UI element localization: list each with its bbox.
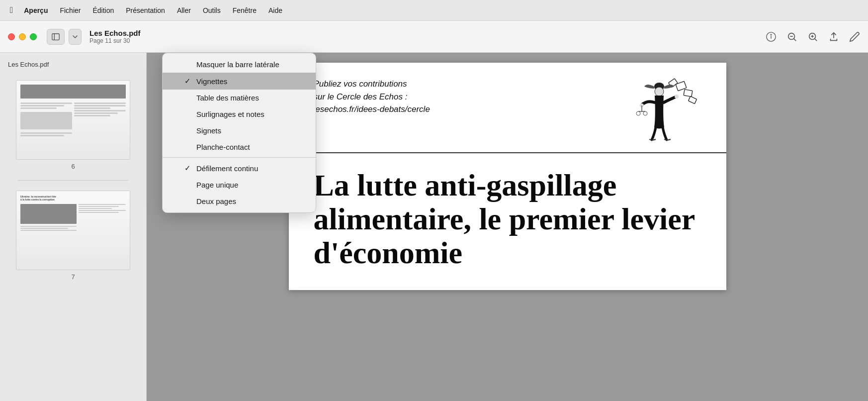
- dropdown-item-defilement[interactable]: ✓ Défilement continu: [163, 160, 316, 177]
- apple-menu[interactable]: : [6, 3, 17, 17]
- pdf-page-top: Publiez vos contributionssur le Cercle d…: [289, 63, 726, 290]
- dropdown-label-planche: Planche-contact: [196, 143, 250, 151]
- minimize-button[interactable]: [19, 33, 26, 40]
- pdf-main-title: La lutte anti-gaspillage alimentaire, le…: [314, 168, 701, 270]
- illustration: [622, 78, 701, 142]
- page-thumb-6-container: 6: [4, 80, 142, 170]
- document-page-info: Page 11 sur 30: [89, 37, 141, 44]
- svg-point-23: [643, 111, 647, 115]
- dropdown-label-signets: Signets: [196, 126, 221, 135]
- dropdown-item-masquer-barre[interactable]: Masquer la barre latérale: [163, 56, 316, 73]
- dropdown-label-masquer: Masquer la barre latérale: [196, 60, 279, 69]
- info-button[interactable]: [766, 31, 777, 42]
- traffic-lights: [8, 33, 37, 40]
- dropdown-item-signets[interactable]: Signets: [163, 122, 316, 139]
- page-thumb-7-container: Ukraine: la reconstruction liéeà la lutt…: [4, 191, 142, 281]
- toolbar-left: Les Echos.pdf Page 11 sur 30: [8, 29, 141, 45]
- annotate-button[interactable]: [849, 31, 860, 42]
- dropdown-item-deux-pages[interactable]: Deux pages: [163, 193, 316, 209]
- sidebar-chevron-button[interactable]: [69, 29, 82, 45]
- dropdown-item-surlignages[interactable]: Surlignages et notes: [163, 106, 316, 122]
- menu-aide[interactable]: Aide: [263, 4, 287, 16]
- svg-rect-15: [688, 97, 696, 104]
- menu-fenetre[interactable]: Fenêtre: [228, 4, 261, 16]
- menu-aller[interactable]: Aller: [172, 4, 196, 16]
- document-title: Les Echos.pdf: [89, 29, 141, 37]
- pdf-page-body: La lutte anti-gaspillage alimentaire, le…: [289, 153, 726, 290]
- svg-line-6: [794, 39, 796, 41]
- menu-presentation[interactable]: Présentation: [121, 4, 170, 16]
- sidebar: Les Echos.pdf: [0, 53, 147, 401]
- content-area: Les Echos.pdf: [0, 53, 868, 401]
- svg-line-9: [815, 39, 817, 41]
- page-thumb-7[interactable]: Ukraine: la reconstruction liéeà la lutt…: [16, 191, 130, 270]
- dropdown-item-table-matieres[interactable]: Table des matières: [163, 90, 316, 106]
- svg-point-4: [771, 34, 771, 35]
- zoom-out-button[interactable]: [786, 31, 797, 42]
- checkmark-defilement: ✓: [184, 164, 192, 173]
- dropdown-label-table: Table des matières: [196, 94, 259, 102]
- dropdown-item-page-unique[interactable]: Page unique: [163, 177, 316, 193]
- dropdown-label-page-unique: Page unique: [196, 181, 238, 189]
- promo-text: Publiez vos contributionssur le Cercle d…: [314, 78, 607, 116]
- zoom-in-button[interactable]: [807, 31, 818, 42]
- sidebar-toggle-button[interactable]: [47, 29, 65, 45]
- svg-rect-13: [684, 90, 693, 97]
- svg-point-19: [675, 95, 679, 99]
- page-thumb-6[interactable]: [16, 80, 130, 160]
- page-number-7: 7: [71, 273, 75, 281]
- sidebar-icon: [51, 32, 60, 41]
- menu-apercu[interactable]: Aperçu: [19, 4, 53, 16]
- fullscreen-button[interactable]: [30, 33, 37, 40]
- share-button[interactable]: [828, 31, 839, 42]
- dropdown-label-defilement: Défilement continu: [196, 164, 258, 173]
- toolbar-right: [766, 31, 860, 42]
- sidebar-divider: [18, 180, 128, 181]
- close-button[interactable]: [8, 33, 15, 40]
- dropdown-label-surlignages: Surlignages et notes: [196, 110, 264, 118]
- menu-fichier[interactable]: Fichier: [55, 4, 86, 16]
- page-number-6: 6: [71, 163, 75, 170]
- menu-outils[interactable]: Outils: [198, 4, 226, 16]
- checkmark-vignettes: ✓: [184, 77, 192, 86]
- menu-edition[interactable]: Édition: [87, 4, 119, 16]
- dropdown-separator: [163, 157, 316, 158]
- toolbar: Les Echos.pdf Page 11 sur 30: [0, 21, 868, 53]
- menubar:  Aperçu Fichier Édition Présentation Al…: [0, 0, 868, 21]
- svg-rect-0: [52, 33, 59, 40]
- view-dropdown-menu: Masquer la barre latérale ✓ Vignettes Ta…: [162, 53, 316, 213]
- svg-point-17: [655, 87, 664, 96]
- dropdown-label-deux-pages: Deux pages: [196, 197, 236, 205]
- dropdown-item-planche[interactable]: Planche-contact: [163, 139, 316, 155]
- svg-point-22: [636, 111, 640, 115]
- dropdown-item-vignettes[interactable]: ✓ Vignettes: [163, 73, 316, 90]
- document-info: Les Echos.pdf Page 11 sur 30: [89, 29, 141, 44]
- sidebar-filename: Les Echos.pdf: [4, 61, 49, 68]
- window: Les Echos.pdf Page 11 sur 30: [0, 21, 868, 401]
- chevron-down-icon: [72, 34, 78, 40]
- dropdown-label-vignettes: Vignettes: [196, 77, 227, 86]
